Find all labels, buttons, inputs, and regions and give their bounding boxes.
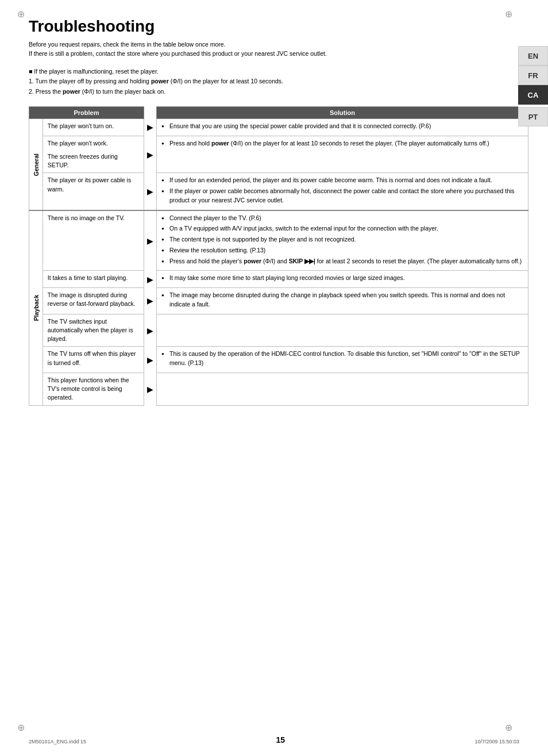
instruction-2: 2. Press the power (Φ/I) to turn the pla… bbox=[29, 87, 519, 97]
lang-tab-en[interactable]: EN bbox=[518, 46, 548, 66]
table-row: The player won't work. The screen freeze… bbox=[29, 136, 528, 173]
solution-item: It may take some more time to start play… bbox=[161, 274, 523, 283]
arrow-cell: ▶ bbox=[144, 136, 157, 173]
table-row: The player or its power cable is warm. ▶… bbox=[29, 173, 528, 210]
table-row: It takes a time to start playing. ▶ It m… bbox=[29, 271, 528, 288]
arrow-cell: ▶ bbox=[144, 373, 157, 405]
solution-item: On a TV equipped with A/V input jacks, s… bbox=[161, 224, 523, 233]
problem-cell: The TV switches input automatically when… bbox=[43, 314, 144, 347]
page-title: Troubleshooting bbox=[29, 17, 519, 36]
lang-tab-fr[interactable]: FR bbox=[518, 66, 548, 85]
solution-cell: Connect the player to the TV. (P.6) On a… bbox=[157, 210, 528, 271]
troubleshoot-table: Problem Solution General The player won'… bbox=[29, 106, 528, 405]
table-row: Playback There is no image on the TV. ▶ … bbox=[29, 210, 528, 271]
solution-item: Review the resolution setting. (P.13) bbox=[161, 246, 523, 255]
footer-left: 2M50101A_ENG.indd 15 bbox=[29, 739, 86, 745]
intro-line1: Before you request repairs, check the it… bbox=[29, 40, 519, 49]
table-row: The TV switches input automatically when… bbox=[29, 314, 528, 347]
solution-cell: It may take some more time to start play… bbox=[157, 271, 528, 288]
solution-item: The image may become disrupted during th… bbox=[161, 291, 523, 309]
solution-cell: Ensure that you are using the special po… bbox=[157, 119, 528, 136]
lang-tab-ca[interactable]: CA bbox=[518, 85, 548, 105]
solution-item: If the player or power cable becomes abn… bbox=[161, 187, 523, 205]
problem-text: The player won't work. bbox=[48, 139, 139, 148]
table-row: The TV turns off when this player is tur… bbox=[29, 347, 528, 373]
arrow-cell: ▶ bbox=[144, 210, 157, 271]
arrow-cell: ▶ bbox=[144, 347, 157, 373]
problem-cell: It takes a time to start playing. bbox=[43, 271, 144, 288]
solution-cell: If used for an extended period, the play… bbox=[157, 173, 528, 210]
category-playback: Playback bbox=[29, 210, 43, 405]
solution-item: This is caused by the operation of the H… bbox=[161, 350, 523, 368]
solution-cell bbox=[157, 373, 528, 405]
cross-mark-bl: ⊕ bbox=[17, 722, 25, 733]
instructions: ■ If the player is malfunctioning, reset… bbox=[29, 67, 519, 98]
solution-item: Press and hold power (Φ/I) on the player… bbox=[161, 139, 523, 148]
problem-cell: This player functions when the TV's remo… bbox=[43, 373, 144, 405]
solution-item: Ensure that you are using the special po… bbox=[161, 122, 523, 131]
cross-mark-tl: ⊕ bbox=[17, 9, 25, 20]
solution-header: Solution bbox=[157, 107, 528, 119]
solution-cell bbox=[157, 314, 528, 347]
intro-line2: If there is still a problem, contact the… bbox=[29, 49, 519, 59]
arrow-cell: ▶ bbox=[144, 173, 157, 210]
instruction-bullet: ■ If the player is malfunctioning, reset… bbox=[29, 67, 519, 77]
problem-cell: The player won't work. The screen freeze… bbox=[43, 136, 144, 173]
problem-cell: The player won't turn on. bbox=[43, 119, 144, 136]
problem-cell: The image is disrupted during reverse or… bbox=[43, 288, 144, 314]
page-container: ⊕ ⊕ EN FR CA PT Troubleshooting Before y… bbox=[0, 0, 548, 756]
lang-tabs: EN FR CA PT bbox=[518, 46, 548, 126]
solution-cell: Press and hold power (Φ/I) on the player… bbox=[157, 136, 528, 173]
problem-text-2: The screen freezes during SETUP. bbox=[48, 152, 139, 170]
problem-cell: There is no image on the TV. bbox=[43, 210, 144, 271]
problem-cell: The player or its power cable is warm. bbox=[43, 173, 144, 210]
problem-header: Problem bbox=[29, 107, 144, 119]
table-row: This player functions when the TV's remo… bbox=[29, 373, 528, 405]
solution-item: The content type is not supported by the… bbox=[161, 235, 523, 244]
table-row: General The player won't turn on. ▶ Ensu… bbox=[29, 119, 528, 136]
solution-cell: The image may become disrupted during th… bbox=[157, 288, 528, 314]
footer-right: 10/7/2009 15:50:03 bbox=[474, 739, 519, 745]
page-footer: 2M50101A_ENG.indd 15 15 10/7/2009 15:50:… bbox=[0, 735, 548, 745]
intro-text: Before you request repairs, check the it… bbox=[29, 40, 519, 59]
cross-mark-tr: ⊕ bbox=[505, 9, 512, 20]
solution-cell: This is caused by the operation of the H… bbox=[157, 347, 528, 373]
category-general: General bbox=[29, 119, 43, 210]
instruction-1: 1. Turn the player off by pressing and h… bbox=[29, 76, 519, 87]
solution-item: Connect the player to the TV. (P.6) bbox=[161, 214, 523, 223]
cross-mark-br: ⊕ bbox=[505, 722, 512, 733]
arrow-cell: ▶ bbox=[144, 271, 157, 288]
table-row: The image is disrupted during reverse or… bbox=[29, 288, 528, 314]
solution-item: Press and hold the player's power (Φ/I) … bbox=[161, 257, 523, 266]
page-number: 15 bbox=[276, 735, 285, 745]
solution-item: If used for an extended period, the play… bbox=[161, 176, 523, 185]
arrow-cell: ▶ bbox=[144, 314, 157, 347]
problem-cell: The TV turns off when this player is tur… bbox=[43, 347, 144, 373]
arrow-cell: ▶ bbox=[144, 288, 157, 314]
arrow-cell: ▶ bbox=[144, 119, 157, 136]
